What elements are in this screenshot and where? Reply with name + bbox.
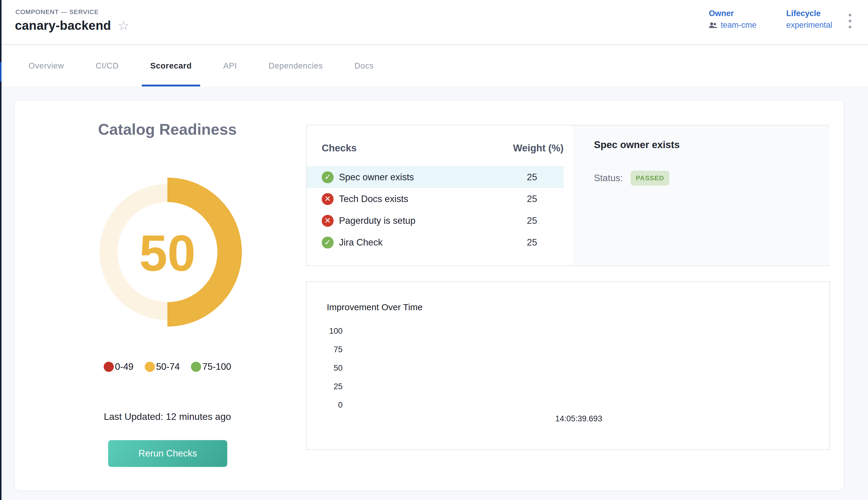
sidebar-active-indicator (0, 62, 1, 82)
check-passed-icon: ✓ (322, 171, 334, 183)
lifecycle-field: Lifecycle experimental (786, 9, 832, 30)
x-axis-tick: 14:05:39.693 (555, 414, 602, 423)
red-dot-icon (104, 362, 114, 372)
legend-label: 75-100 (202, 362, 231, 372)
check-weight: 25 (500, 172, 564, 183)
weight-column-header: Weight (%) (500, 143, 564, 154)
legend-item-red: 0-49 (104, 362, 134, 372)
check-passed-icon: ✓ (322, 237, 334, 249)
page-title: canary-backend (15, 19, 111, 33)
scorecard-card: Catalog Readiness 50 0-49 50-74 75-100 L… (15, 101, 844, 490)
lifecycle-value: experimental (786, 21, 832, 30)
check-weight: 25 (500, 215, 564, 226)
tab-scorecard[interactable]: Scorecard (142, 45, 200, 87)
checks-panel: Checks Weight (%) ✓ Spec owner exists 25… (306, 125, 830, 266)
check-detail-title: Spec owner exists (594, 139, 830, 150)
y-axis-tick: 25 (316, 382, 343, 391)
scorecard-title: Catalog Readiness (15, 121, 320, 138)
table-row[interactable]: ✕ Pagerduty is setup 25 (307, 210, 564, 231)
score-gauge: 50 (84, 169, 251, 336)
tab-cicd[interactable]: CI/CD (87, 45, 127, 87)
checks-table: Checks Weight (%) ✓ Spec owner exists 25… (307, 125, 573, 265)
check-detail-panel: Spec owner exists Status: PASSED (573, 125, 830, 265)
legend-item-green: 75-100 (191, 362, 231, 372)
status-label: Status: (594, 173, 623, 184)
table-row[interactable]: ✕ Tech Docs exists 25 (307, 188, 564, 210)
entity-tabs: Overview CI/CD Scorecard API Dependencie… (0, 45, 868, 87)
tab-api[interactable]: API (215, 45, 245, 87)
check-name: Pagerduty is setup (339, 215, 500, 226)
table-row[interactable]: ✓ Jira Check 25 (307, 231, 564, 253)
entity-about: Owner team-cme Lifecycle experimen (709, 9, 832, 30)
legend-label: 0-49 (115, 362, 134, 372)
check-failed-icon: ✕ (322, 215, 334, 227)
check-weight: 25 (500, 237, 564, 248)
lifecycle-label: Lifecycle (786, 9, 832, 18)
owner-value: team-cme (720, 21, 756, 30)
check-name: Spec owner exists (339, 172, 500, 183)
more-options-icon[interactable] (847, 12, 853, 30)
check-failed-icon: ✕ (322, 193, 334, 205)
owner-field: Owner team-cme (709, 9, 756, 30)
tab-dependencies[interactable]: Dependencies (261, 45, 331, 87)
y-axis-tick: 0 (316, 400, 343, 410)
tab-overview[interactable]: Overview (20, 45, 72, 87)
check-status-row: Status: PASSED (594, 171, 830, 186)
green-dot-icon (191, 362, 201, 372)
owner-link[interactable]: team-cme (709, 21, 756, 30)
checks-column-header: Checks (322, 143, 500, 154)
entity-header: COMPONENT — SERVICE canary-backend ☆ Own… (0, 0, 868, 45)
favorite-star-icon[interactable]: ☆ (118, 19, 129, 32)
chart-title: Improvement Over Time (327, 302, 423, 312)
score-legend: 0-49 50-74 75-100 (15, 362, 320, 372)
legend-label: 50-74 (156, 362, 180, 372)
checks-table-header: Checks Weight (%) (307, 139, 564, 157)
amber-dot-icon (145, 362, 155, 372)
collapsed-sidebar-strip (0, 0, 1, 500)
last-updated-text: Last Updated: 12 minutes ago (15, 411, 320, 422)
owner-label: Owner (709, 9, 756, 18)
checks-rows: ✓ Spec owner exists 25 ✕ Tech Docs exist… (307, 166, 564, 253)
check-weight: 25 (500, 194, 564, 204)
status-badge: PASSED (630, 171, 670, 186)
y-axis-tick: 100 (316, 327, 343, 336)
check-name: Tech Docs exists (339, 194, 500, 204)
people-icon (709, 22, 718, 29)
rerun-checks-button[interactable]: Rerun Checks (108, 440, 227, 467)
tab-docs[interactable]: Docs (346, 45, 382, 87)
page: COMPONENT — SERVICE canary-backend ☆ Own… (0, 0, 868, 500)
check-name: Jira Check (339, 237, 500, 248)
table-row[interactable]: ✓ Spec owner exists 25 (307, 166, 564, 188)
legend-item-amber: 50-74 (145, 362, 180, 372)
improvement-chart-panel: Improvement Over Time 100 75 50 25 0 14:… (306, 281, 830, 450)
y-axis-tick: 50 (316, 364, 343, 373)
entity-title-row: canary-backend ☆ (15, 19, 129, 33)
breadcrumb: COMPONENT — SERVICE (15, 8, 99, 15)
y-axis-tick: 75 (316, 345, 343, 354)
score-value: 50 (84, 169, 251, 336)
